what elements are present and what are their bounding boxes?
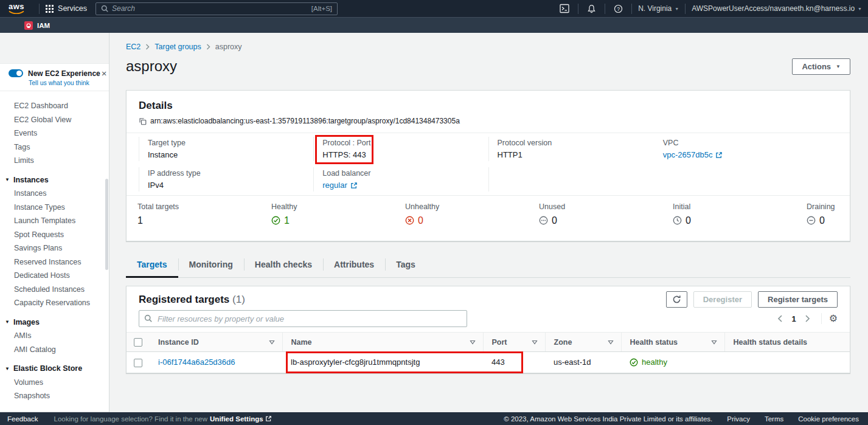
row-checkbox[interactable]	[134, 359, 142, 367]
privacy-link[interactable]: Privacy	[727, 415, 750, 423]
breadcrumb-ec2[interactable]: EC2	[126, 43, 141, 51]
aws-smile-icon	[9, 10, 24, 15]
help-button[interactable]: ?	[611, 4, 625, 13]
detail-field	[663, 167, 838, 192]
tab[interactable]: Monitoring	[178, 252, 244, 278]
sidebar-item[interactable]: Dedicated Hosts	[0, 269, 109, 283]
detail-value-link[interactable]: regular	[322, 181, 357, 190]
sidebar-item[interactable]: Tags	[0, 140, 109, 154]
banner-feedback-link[interactable]: Tell us what you think	[29, 79, 103, 86]
check-circle-icon	[271, 216, 280, 225]
detail-field: IP address type IPv4	[139, 167, 313, 192]
sidebar-item[interactable]: Capacity Reservations	[0, 296, 109, 310]
sidebar-item[interactable]: Events	[0, 126, 109, 140]
detail-label: IP address type	[148, 168, 307, 178]
iam-service-icon	[24, 21, 33, 30]
feedback-link[interactable]: Feedback	[7, 415, 38, 423]
filter-field	[139, 310, 467, 327]
favorites-bar: IAM	[0, 17, 868, 33]
global-search[interactable]: [Alt+S]	[95, 2, 338, 15]
counter-label: Draining	[807, 202, 839, 212]
column-header-port[interactable]: Port	[483, 333, 545, 352]
detail-field: Target type Instance	[139, 137, 313, 161]
actions-button[interactable]: Actions ▼	[792, 58, 850, 75]
aws-logo-text: aws	[9, 3, 24, 10]
sidebar-item[interactable]: Volumes	[0, 376, 109, 390]
cloudshell-button[interactable]	[557, 4, 572, 13]
sidebar-item[interactable]: AMI Catalog	[0, 343, 109, 357]
deregister-button[interactable]: Deregister	[693, 291, 752, 308]
sidebar-item[interactable]: Reserved Instances	[0, 255, 109, 269]
register-targets-button[interactable]: Register targets	[758, 291, 838, 308]
aws-logo[interactable]: aws	[9, 3, 24, 15]
unified-settings-link[interactable]: Unified Settings	[210, 415, 272, 423]
sidebar-item[interactable]: Instances	[0, 187, 109, 201]
sidebar-item[interactable]: AMIs	[0, 329, 109, 343]
close-icon[interactable]: ×	[100, 69, 108, 78]
column-header-instance-id[interactable]: Instance ID	[150, 333, 282, 352]
column-header-name[interactable]: Name	[282, 333, 483, 352]
cloudshell-terminal-icon	[560, 4, 569, 13]
sort-icon[interactable]	[470, 340, 476, 345]
tab-bar: Targets Monitoring Health checks Attribu…	[126, 252, 850, 278]
detail-label: VPC	[663, 138, 832, 148]
settings-gear-icon[interactable]: ⚙	[829, 314, 838, 323]
sidebar-item[interactable]: Scheduled Instances	[0, 283, 109, 297]
select-all-checkbox[interactable]	[134, 338, 142, 347]
instance-id-link[interactable]: i-06f1744a6a25d36d6	[158, 358, 235, 367]
targets-table: Instance ID Name Port Zone Health status…	[127, 332, 850, 373]
new-experience-toggle[interactable]	[9, 69, 23, 77]
chevron-down-icon: ▼	[858, 7, 862, 11]
column-header-zone[interactable]: Zone	[545, 333, 621, 352]
counter: Healthy 1	[271, 202, 405, 226]
previous-page-button[interactable]	[774, 314, 786, 323]
sidebar-item[interactable]: Limits	[0, 154, 109, 168]
region-selector[interactable]: N. Virginia ▼	[638, 4, 679, 13]
sidebar-item[interactable]: EC2 Dashboard	[0, 99, 109, 113]
sidebar-scrollbar[interactable]	[105, 179, 108, 270]
sort-icon[interactable]	[608, 340, 614, 345]
detail-value: HTTPS: 443	[322, 150, 482, 160]
account-label: AWSPowerUserAccess/navaneeth.kn@harness.…	[692, 4, 855, 13]
counter-value: 1	[137, 215, 143, 226]
detail-label: Protocol : Port	[322, 138, 482, 148]
filter-input[interactable]	[139, 310, 467, 327]
detail-value-link[interactable]: vpc-2657db5c	[663, 150, 723, 160]
sidebar-item[interactable]: Savings Plans	[0, 241, 109, 255]
sidebar-item[interactable]: EC2 Global View	[0, 113, 109, 127]
next-page-button[interactable]	[801, 314, 814, 323]
chevron-down-icon: ▼	[675, 7, 679, 11]
detail-label: Protocol version	[498, 138, 657, 148]
search-input[interactable]	[112, 4, 311, 13]
sidebar-item[interactable]: Launch Templates	[0, 214, 109, 228]
sidebar-section-ebs[interactable]: ▼ Elastic Block Store	[0, 362, 109, 376]
sort-icon[interactable]	[711, 340, 717, 345]
nav-divider	[39, 4, 40, 14]
notifications-button[interactable]	[585, 4, 599, 13]
refresh-button[interactable]	[666, 291, 687, 308]
breadcrumb-target-groups[interactable]: Target groups	[155, 43, 201, 51]
sidebar-item[interactable]: Instance Types	[0, 201, 109, 215]
favorite-iam[interactable]: IAM	[24, 21, 50, 30]
copy-icon[interactable]	[139, 117, 147, 125]
sidebar-section-instances[interactable]: ▼ Instances	[0, 173, 109, 187]
detail-field: Protocol : Port HTTPS: 443	[313, 137, 488, 161]
sidebar-item[interactable]: Snapshots	[0, 389, 109, 403]
cookie-preferences-link[interactable]: Cookie preferences	[798, 415, 859, 423]
tab[interactable]: Tags	[385, 252, 426, 278]
sidebar-item[interactable]: Spot Requests	[0, 228, 109, 242]
tab[interactable]: Attributes	[323, 252, 385, 278]
terms-link[interactable]: Terms	[765, 415, 783, 423]
column-header-health-status[interactable]: Health status	[621, 333, 724, 352]
sidebar-section-images[interactable]: ▼ Images	[0, 316, 109, 330]
account-menu[interactable]: AWSPowerUserAccess/navaneeth.kn@harness.…	[692, 4, 862, 13]
sort-icon[interactable]	[532, 340, 538, 345]
services-menu-button[interactable]: Services	[46, 4, 87, 13]
target-counters: Total targets 1 He	[127, 196, 850, 241]
search-icon	[144, 314, 152, 322]
nav-divider	[605, 4, 605, 14]
tab[interactable]: Health checks	[244, 252, 323, 278]
sort-icon[interactable]	[269, 340, 275, 345]
tab[interactable]: Targets	[126, 252, 178, 278]
detail-value: IPv4	[148, 181, 307, 190]
